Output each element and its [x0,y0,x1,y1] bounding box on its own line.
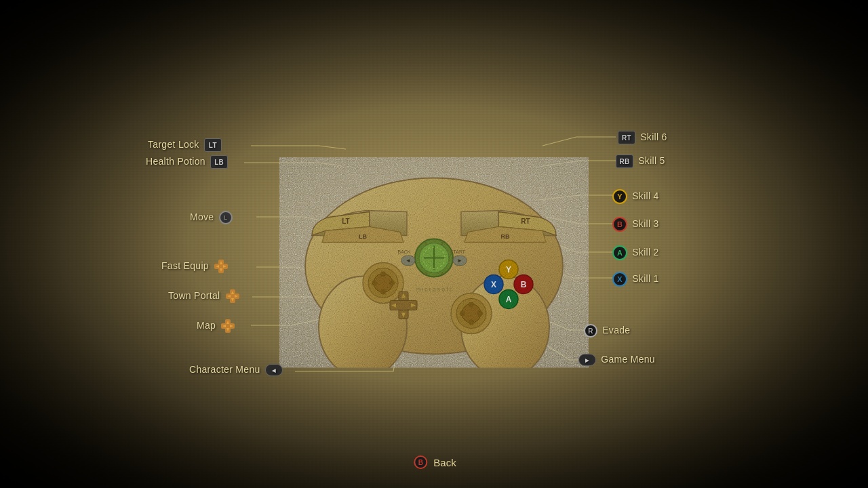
svg-point-34 [469,319,474,325]
svg-text:X: X [491,280,496,289]
svg-text:4: 4 [441,271,443,276]
game-menu-label: ► Game Menu [576,354,655,366]
town-portal-label: Town Portal [168,289,242,304]
rt-badge: RT [618,131,635,144]
svg-text:RB: RB [501,233,510,240]
skill-2-label: A Skill 2 [610,245,659,260]
svg-text:2: 2 [441,241,443,246]
svg-text:1: 1 [425,241,427,246]
bottom-back-label: Back [433,457,456,468]
controller-image: LT RT LB RB ◄ [258,110,610,367]
svg-point-26 [380,271,386,277]
evade-label: R Evade [582,324,630,338]
svg-point-28 [372,280,377,285]
r-badge: R [584,324,597,338]
svg-point-33 [469,302,474,307]
svg-text:BACK: BACK [397,249,410,254]
dpad-map-icon [220,319,235,333]
y-badge: Y [612,189,627,204]
skill-6-label: RT Skill 6 [616,131,667,144]
a-badge: A [612,245,627,260]
svg-text:3: 3 [425,271,427,276]
svg-text:►: ► [457,258,462,264]
svg-point-35 [460,310,465,316]
svg-text:RT: RT [521,218,530,225]
main-container: LT RT LB RB ◄ [0,0,868,488]
bottom-back-section: B Back [412,455,456,469]
dpad-fast-equip-icon [214,259,229,274]
map-label: Map [197,319,237,333]
x-badge: X [612,272,627,287]
svg-text:LT: LT [342,218,349,225]
svg-text:microsoft: microsoft [416,286,453,293]
svg-text:A: A [506,295,512,304]
skill-3-label: B Skill 3 [610,217,659,232]
dpad-town-portal-icon [225,289,240,304]
svg-point-29 [389,280,395,285]
svg-text:START: START [450,249,466,254]
move-label: Move L [190,211,235,224]
start-button-badge: ► [578,354,596,366]
rb-badge: RB [616,155,633,168]
svg-text:LB: LB [359,233,367,240]
svg-text:B: B [521,280,527,289]
lt-badge: LT [204,138,222,152]
skill-4-label: Y Skill 4 [610,189,659,204]
svg-point-36 [477,310,483,316]
character-menu-label: Character Menu ◄ [189,364,285,376]
l-stick-badge: L [219,211,233,224]
b-badge: B [612,217,627,232]
skill-1-label: X Skill 1 [610,272,659,287]
skill-5-label: RB Skill 5 [614,155,665,168]
back-button-badge: ◄ [265,364,283,376]
svg-point-27 [380,289,386,294]
lb-badge: LB [210,155,228,169]
target-lock-label: Target Lock LT [148,138,224,152]
health-potion-label: Health Potion LB [146,155,230,169]
fast-equip-label: Fast Equip [161,259,231,274]
svg-text:Y: Y [506,265,511,274]
svg-text:◄: ◄ [406,258,411,264]
bottom-b-badge: B [414,455,427,469]
